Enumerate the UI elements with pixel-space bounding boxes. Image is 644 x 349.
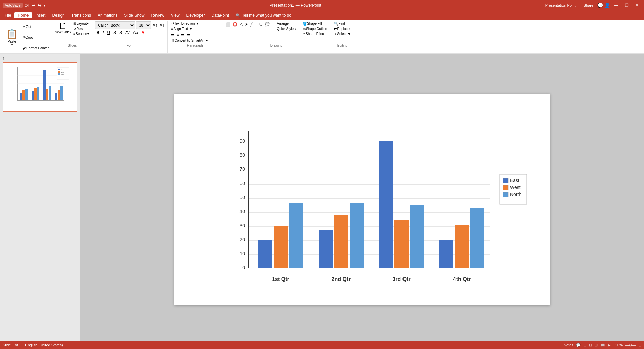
char-spacing-btn[interactable]: AV: [124, 30, 131, 35]
font-size-select[interactable]: 18: [136, 21, 151, 29]
menu-insert[interactable]: Insert: [32, 12, 49, 18]
align-text-label: Align Text ▼: [174, 27, 193, 31]
copy-icon: ⧉: [23, 35, 25, 39]
menu-datapoint[interactable]: DataPoint: [208, 12, 232, 18]
restore-btn[interactable]: ❐: [622, 3, 631, 8]
language-btn[interactable]: English (United States): [25, 343, 63, 347]
find-label: Find: [338, 22, 345, 26]
select-icon: ⊹: [334, 32, 337, 36]
align-center-btn[interactable]: ≡: [176, 32, 180, 38]
text-direction-btn[interactable]: ⇄ Text Direction ▼: [170, 21, 210, 26]
share-btn[interactable]: Share: [584, 3, 593, 7]
menu-developer[interactable]: Developer: [183, 12, 208, 18]
menu-animations[interactable]: Animations: [94, 12, 121, 18]
change-case-btn[interactable]: Aa: [132, 30, 140, 36]
svg-rect-64: [503, 185, 508, 190]
slide-sorter-btn[interactable]: ⊞: [595, 343, 598, 347]
main-slide-area[interactable]: 0 10 20 30 40 50 60 70 80 90: [80, 54, 644, 344]
separator-1: [273, 22, 273, 35]
notes-btn[interactable]: Notes: [564, 343, 573, 347]
comments-btn[interactable]: 💬: [597, 3, 603, 8]
paragraph-group-label: Paragraph: [170, 43, 220, 48]
svg-text:West: West: [510, 185, 521, 190]
rectangle-icon[interactable]: ⬜: [225, 21, 231, 27]
font-color-btn[interactable]: A: [140, 30, 146, 36]
triangle-icon[interactable]: △: [239, 21, 244, 27]
reset-button[interactable]: ↺ Reset: [72, 27, 90, 31]
menu-home[interactable]: Home: [14, 12, 32, 18]
find-btn[interactable]: 🔍 Find: [333, 21, 352, 26]
align-left-btn[interactable]: ☰: [170, 32, 175, 38]
font-family-select[interactable]: Calibri (Body): [95, 21, 135, 29]
bold-btn[interactable]: B: [95, 30, 101, 36]
callout-icon[interactable]: 💬: [264, 21, 271, 27]
slideshow-btn[interactable]: ▶: [608, 343, 610, 347]
window-title-right: Presentation Point: [545, 3, 576, 7]
right-arrow-icon[interactable]: ➤: [244, 21, 249, 27]
italic-btn[interactable]: I: [101, 30, 105, 36]
section-button[interactable]: ≡ Section▾: [72, 32, 90, 36]
autosave-label[interactable]: AutoSave: [3, 3, 23, 8]
shadow-btn[interactable]: S: [118, 30, 123, 36]
align-buttons: ☰ ≡ ☰ ☰: [170, 32, 210, 38]
oval-icon[interactable]: ⭕: [232, 21, 238, 27]
zoom-slider[interactable]: —⊙—: [625, 343, 636, 347]
menu-tellme[interactable]: 🔍 Tell me what you want to do: [232, 12, 295, 18]
menu-design[interactable]: Design: [49, 12, 68, 18]
copy-button[interactable]: ⧉ Copy: [22, 35, 50, 40]
strikethrough-btn[interactable]: S: [112, 30, 117, 36]
new-slide-icon: 🗋: [59, 21, 67, 30]
format-painter-button[interactable]: 🖌 Format Painter: [22, 46, 50, 50]
menu-file[interactable]: File: [1, 12, 14, 18]
find-icon: 🔍: [334, 22, 338, 26]
align-right-btn[interactable]: ☰: [180, 32, 185, 38]
slide-info: Slide 1 of 1: [3, 343, 21, 347]
text-box-icon[interactable]: T: [254, 21, 258, 27]
convert-smartart-btn[interactable]: ⚙ Convert to SmartArt ▼: [170, 38, 210, 43]
layout-button[interactable]: ⊞ Layout▾: [72, 21, 90, 26]
new-slide-button[interactable]: 🗋 New Slide▾: [55, 21, 71, 34]
shape-outline-btn[interactable]: ▭ Shape Outline: [302, 27, 328, 31]
ribbon-group-clipboard: 📋 Paste ▾ ✂ Cut ⧉ Copy 🖌 Format Painter …: [1, 21, 52, 53]
menu-view[interactable]: View: [168, 12, 183, 18]
paste-dropdown-arrow[interactable]: ▾: [11, 43, 13, 46]
replace-btn[interactable]: ⇌ Replace: [333, 27, 352, 31]
normal-view-btn[interactable]: ⊡: [583, 343, 586, 347]
user-icon: 👤: [604, 3, 610, 8]
reading-view-btn[interactable]: 📖: [600, 343, 605, 347]
titlebar: AutoSave Off ↩ ↪ ▾ Presentation1 — Power…: [0, 0, 644, 11]
shape-effects-btn[interactable]: ✦ Shape Effects: [302, 32, 328, 36]
undo-btn[interactable]: ↩: [32, 3, 36, 8]
paste-button[interactable]: 📋 Paste ▾: [3, 21, 20, 53]
underline-btn[interactable]: U: [106, 30, 111, 36]
quick-styles-btn[interactable]: Quick Styles: [276, 27, 297, 31]
svg-rect-18: [58, 69, 60, 70]
arrange-btn[interactable]: Arrange: [276, 21, 297, 26]
shape-fill-icon: 🪣: [303, 22, 307, 26]
redo-btn[interactable]: ↪: [38, 3, 42, 8]
select-btn[interactable]: ⊹ Select ▼: [333, 32, 352, 36]
shape-more-icon[interactable]: ⬡: [258, 21, 264, 27]
slide-thumbnail-1[interactable]: East West North: [3, 62, 77, 112]
fit-slide-btn[interactable]: ⊡: [638, 343, 641, 347]
arrange-label: Arrange: [277, 22, 289, 26]
svg-text:North: North: [510, 192, 521, 197]
minimize-btn[interactable]: —: [611, 3, 621, 8]
menu-transitions[interactable]: Transitions: [68, 12, 94, 18]
menu-review[interactable]: Review: [148, 12, 167, 18]
line-icon[interactable]: ╱: [249, 21, 254, 27]
outline-view-btn[interactable]: ⊟: [589, 343, 592, 347]
svg-rect-51: [379, 141, 393, 268]
shape-fill-btn[interactable]: 🪣 Shape Fill: [302, 21, 328, 26]
menu-slideshow[interactable]: Slide Show: [121, 12, 148, 18]
copy-label: Copy: [25, 36, 33, 39]
comments-status-btn[interactable]: 💬: [576, 343, 581, 347]
align-text-btn[interactable]: ≡ Align Text ▼: [170, 27, 210, 31]
close-btn[interactable]: ✕: [633, 3, 641, 8]
ribbon-group-paragraph: ⇄ Text Direction ▼ ≡ Align Text ▼ ☰ ≡ ☰ …: [168, 21, 222, 53]
svg-text:80: 80: [239, 152, 245, 158]
decrease-font-btn[interactable]: A↓: [159, 22, 165, 29]
increase-font-btn[interactable]: A↑: [152, 22, 158, 29]
justify-btn[interactable]: ☰: [186, 32, 191, 38]
cut-button[interactable]: ✂ Cut: [22, 24, 50, 29]
